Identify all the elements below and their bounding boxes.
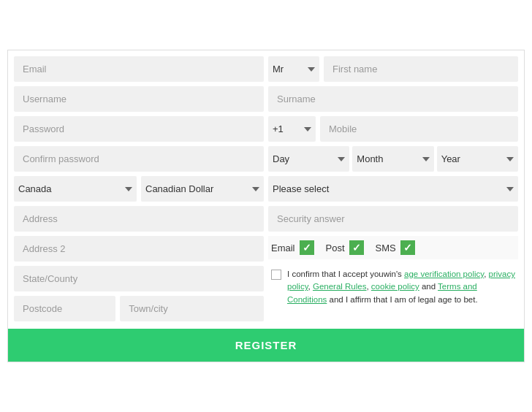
security-question-select[interactable]: Please select What is your pet name? Wha…	[268, 176, 518, 202]
right-column: Mr Mrs Miss Ms Dr +1 +44 +61 +33	[268, 56, 518, 321]
terms-text: I confirm that I accept youwin's age ver…	[287, 268, 515, 306]
post-pref-label: Post	[326, 243, 345, 253]
country-currency-row: Canada United Kingdom United States Aust…	[14, 176, 264, 202]
security-answer-field[interactable]	[268, 206, 518, 232]
sms-pref-checkbox[interactable]	[400, 240, 415, 255]
email-pref-item: Email	[271, 240, 314, 255]
sms-pref-label: SMS	[376, 243, 396, 253]
security-question-row: Please select What is your pet name? Wha…	[268, 176, 518, 202]
mobile-row: +1 +44 +61 +33	[268, 116, 518, 142]
registration-form: Canada United Kingdom United States Aust…	[7, 50, 525, 362]
address2-field[interactable]	[14, 236, 264, 262]
dob-row: Day 123 1528 Month JanuaryFebruaryMarch …	[268, 146, 518, 172]
town-field[interactable]	[120, 296, 264, 321]
dob-year-select[interactable]: Year 200019991990 19801970	[437, 146, 518, 172]
terms-row: I confirm that I accept youwin's age ver…	[268, 264, 518, 310]
mobile-prefix-select[interactable]: +1 +44 +61 +33	[268, 116, 316, 142]
cookie-policy-link[interactable]: cookie policy	[371, 282, 419, 291]
state-field[interactable]	[14, 266, 264, 291]
email-field[interactable]	[14, 56, 264, 82]
currency-select[interactable]: Canadian Dollar British Pound US Dollar …	[141, 176, 264, 202]
postcode-field[interactable]	[14, 296, 115, 321]
register-button[interactable]: REGISTER	[8, 329, 524, 362]
general-rules-link[interactable]: General Rules	[313, 282, 367, 291]
address-field[interactable]	[14, 206, 264, 232]
confirm-password-field[interactable]	[14, 146, 264, 172]
postcode-town-row	[14, 296, 264, 321]
contact-prefs-row: Email Post SMS	[268, 236, 518, 259]
firstname-field[interactable]	[324, 56, 518, 82]
sms-pref-item: SMS	[376, 240, 415, 255]
username-field[interactable]	[14, 86, 264, 112]
age-verification-link[interactable]: age verification policy	[404, 270, 484, 278]
terms-checkbox[interactable]	[271, 270, 281, 280]
dob-day-select[interactable]: Day 123 1528	[268, 146, 349, 172]
surname-field[interactable]	[268, 86, 518, 112]
country-select[interactable]: Canada United Kingdom United States Aust…	[14, 176, 137, 202]
left-column: Canada United Kingdom United States Aust…	[14, 56, 264, 321]
email-pref-checkbox[interactable]	[300, 240, 314, 255]
post-pref-checkbox[interactable]	[349, 240, 364, 255]
title-firstname-row: Mr Mrs Miss Ms Dr	[268, 56, 518, 82]
email-pref-label: Email	[271, 243, 295, 253]
mobile-field[interactable]	[320, 116, 518, 142]
title-select[interactable]: Mr Mrs Miss Ms Dr	[268, 56, 319, 82]
dob-month-select[interactable]: Month JanuaryFebruaryMarch AprilMayJune …	[352, 146, 433, 172]
post-pref-item: Post	[326, 240, 364, 255]
password-field[interactable]	[14, 116, 264, 142]
